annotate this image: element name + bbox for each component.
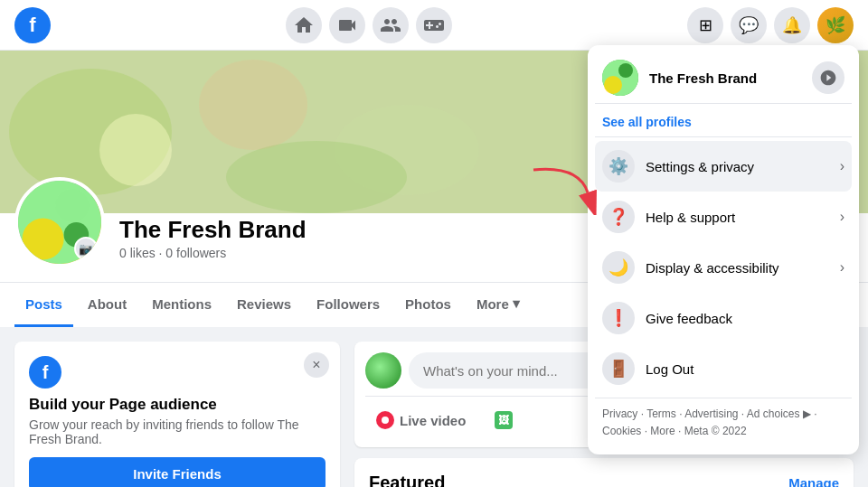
video-nav-button[interactable] bbox=[329, 7, 365, 43]
notifications-button[interactable]: 🔔 bbox=[774, 7, 810, 43]
live-icon bbox=[376, 411, 394, 429]
nav-right: ⊞ 💬 🔔 🌿 bbox=[687, 7, 854, 43]
live-video-button[interactable]: Live video bbox=[365, 404, 476, 436]
profile-avatar[interactable]: 📷 bbox=[14, 177, 105, 267]
profile-avatar-nav[interactable]: 🌿 bbox=[817, 7, 854, 43]
composer-avatar bbox=[365, 352, 401, 389]
camera-badge[interactable]: 📷 bbox=[74, 237, 98, 260]
menu-item-help-label: Help & support bbox=[646, 210, 829, 225]
nav-left: f bbox=[14, 7, 51, 43]
logout-icon: 🚪 bbox=[602, 352, 635, 385]
menu-item-settings-label: Settings & privacy bbox=[646, 159, 829, 174]
featured-header: Featured Manage bbox=[369, 473, 839, 487]
display-icon: 🌙 bbox=[602, 251, 635, 284]
menu-profile-name: The Fresh Brand bbox=[649, 70, 801, 86]
menu-profile-row: The Fresh Brand bbox=[595, 52, 852, 104]
messenger-button[interactable]: 💬 bbox=[731, 7, 767, 43]
menu-item-logout[interactable]: 🚪 Log Out bbox=[595, 343, 852, 394]
menu-item-logout-label: Log Out bbox=[646, 361, 844, 377]
menu-item-display-label: Display & accessibility bbox=[646, 260, 829, 276]
svg-point-2 bbox=[199, 60, 307, 150]
featured-title: Featured bbox=[369, 473, 445, 487]
svg-point-8 bbox=[55, 189, 89, 222]
svg-point-12 bbox=[604, 76, 622, 94]
gaming-nav-button[interactable] bbox=[416, 7, 452, 43]
menu-item-feedback-label: Give feedback bbox=[646, 311, 844, 326]
tab-about[interactable]: About bbox=[77, 284, 137, 327]
menu-profile-settings-icon[interactable] bbox=[812, 61, 844, 94]
chevron-down-icon: ▾ bbox=[513, 295, 520, 312]
chevron-right-icon-3: › bbox=[840, 259, 844, 276]
menu-item-feedback[interactable]: ❗ Give feedback bbox=[595, 293, 852, 343]
left-column: × f Build your Page audience Grow your r… bbox=[14, 342, 340, 487]
build-audience-card: × f Build your Page audience Grow your r… bbox=[14, 342, 340, 487]
menu-footer: Privacy · Terms · Advertising · Ad choic… bbox=[595, 398, 852, 447]
menu-item-display[interactable]: 🌙 Display & accessibility › bbox=[595, 242, 852, 293]
menu-item-settings[interactable]: ⚙️ Settings & privacy › bbox=[595, 141, 852, 192]
manage-link[interactable]: Manage bbox=[788, 475, 839, 487]
people-nav-button[interactable] bbox=[373, 7, 409, 43]
invite-friends-button[interactable]: Invite Friends bbox=[29, 457, 326, 487]
build-audience-title: Build your Page audience bbox=[29, 396, 326, 414]
top-navigation: f ⊞ 💬 🔔 🌿 bbox=[0, 0, 868, 51]
settings-icon: ⚙️ bbox=[602, 150, 635, 183]
svg-point-7 bbox=[23, 218, 64, 259]
tab-posts[interactable]: Posts bbox=[14, 284, 73, 327]
tab-photos[interactable]: Photos bbox=[394, 284, 462, 327]
photo-icon: 🖼 bbox=[495, 411, 513, 429]
tab-mentions[interactable]: Mentions bbox=[141, 284, 222, 327]
nav-center bbox=[286, 7, 452, 43]
build-audience-description: Grow your reach by inviting friends to f… bbox=[29, 417, 326, 446]
tab-more-label: More bbox=[476, 296, 509, 312]
see-all-profiles-link[interactable]: See all profiles bbox=[595, 111, 852, 137]
menu-item-help[interactable]: ❓ Help & support › bbox=[595, 192, 852, 242]
facebook-icon: f bbox=[29, 356, 61, 389]
facebook-logo[interactable]: f bbox=[14, 7, 51, 43]
photo-button[interactable]: 🖼 bbox=[484, 404, 524, 436]
chevron-right-icon: › bbox=[840, 158, 844, 174]
live-video-label: Live video bbox=[400, 413, 466, 428]
menu-profile-avatar bbox=[602, 60, 638, 96]
grid-menu-button[interactable]: ⊞ bbox=[687, 7, 723, 43]
svg-point-13 bbox=[618, 63, 633, 78]
tab-more[interactable]: More ▾ bbox=[466, 283, 531, 327]
help-icon: ❓ bbox=[602, 201, 635, 233]
svg-point-4 bbox=[99, 114, 172, 186]
featured-card: Featured Manage People won't see this un… bbox=[354, 458, 854, 487]
close-button[interactable]: × bbox=[304, 352, 329, 378]
chevron-right-icon-2: › bbox=[840, 209, 844, 225]
home-nav-button[interactable] bbox=[286, 7, 322, 43]
tab-followers[interactable]: Followers bbox=[306, 284, 391, 327]
tab-reviews[interactable]: Reviews bbox=[226, 284, 302, 327]
dropdown-menu: The Fresh Brand See all profiles ⚙️ Sett… bbox=[588, 45, 859, 454]
svg-point-5 bbox=[226, 141, 407, 213]
feedback-icon: ❗ bbox=[602, 302, 635, 334]
